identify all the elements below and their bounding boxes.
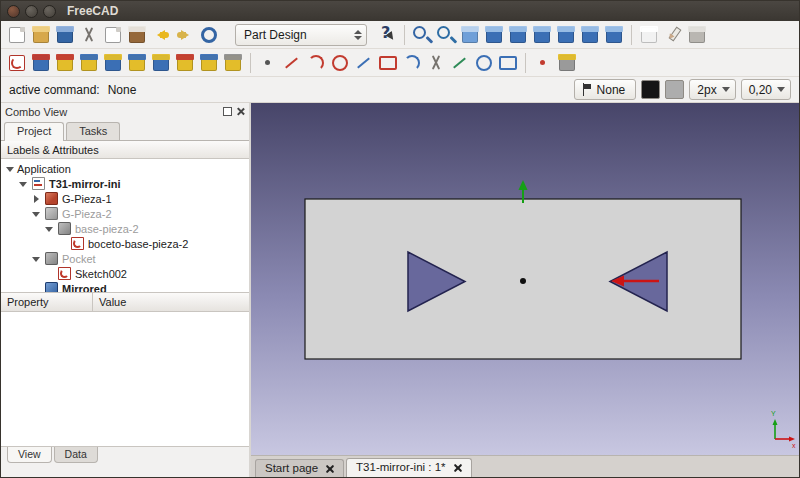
trim-edge-icon[interactable] [424, 51, 448, 75]
groove-icon[interactable] [149, 51, 173, 75]
partdesign-toolbar-group [5, 51, 579, 75]
draft-layer-button[interactable]: None [574, 79, 637, 100]
expander-closed-icon[interactable] [31, 194, 41, 204]
undo-icon[interactable] [149, 23, 173, 47]
measure-icon[interactable] [685, 23, 709, 47]
feat-gray-icon [58, 222, 71, 235]
expander-open-icon[interactable] [31, 254, 41, 264]
tree-item-t31-mirror-ini[interactable]: T31-mirror-ini [1, 176, 249, 191]
tree-item-mirrored[interactable]: Mirrored [1, 281, 249, 293]
tab-view[interactable]: View [7, 447, 52, 463]
tab-document[interactable]: T31-mirror-ini : 1* [346, 458, 471, 477]
view-right-icon[interactable] [530, 23, 554, 47]
expander-open-icon[interactable] [5, 164, 15, 174]
tree-item-boceto-base-pieza-2[interactable]: boceto-base-pieza-2 [1, 236, 249, 251]
model-tree: ApplicationT31-mirror-iniG-Pieza-1G-Piez… [1, 159, 249, 293]
view-data-tabs: View Data [1, 447, 249, 465]
view-rear-icon[interactable] [554, 23, 578, 47]
create-point-icon[interactable] [256, 51, 280, 75]
toggle-construction-icon[interactable] [496, 51, 520, 75]
panel-close-icon[interactable] [236, 107, 245, 116]
window-close-button[interactable] [7, 5, 20, 18]
tree-item-application[interactable]: Application [1, 161, 249, 176]
body-red-icon [45, 192, 58, 205]
tab-start-page[interactable]: Start page [255, 459, 344, 477]
active-command-label: active command: [9, 83, 100, 97]
combo-view-panel: Combo View Project Tasks Labels & Attrib… [1, 103, 251, 477]
window-maximize-button[interactable] [43, 5, 56, 18]
box-zoom-icon[interactable] [410, 23, 434, 47]
toolbar-separator [404, 25, 405, 45]
view-left-icon[interactable] [602, 23, 626, 47]
tree-item-g-pieza-1[interactable]: G-Pieza-1 [1, 191, 249, 206]
redo-icon[interactable] [173, 23, 197, 47]
draw-style-icon[interactable] [637, 23, 661, 47]
pocket-icon[interactable] [101, 51, 125, 75]
tab-project[interactable]: Project [4, 122, 64, 141]
tree-item-label: G-Pieza-1 [62, 193, 112, 205]
map-sketch-icon[interactable] [53, 51, 77, 75]
paste-icon[interactable] [125, 23, 149, 47]
tree-item-label: T31-mirror-ini [49, 178, 121, 190]
constraint-block-icon[interactable] [555, 51, 579, 75]
pad-icon[interactable] [77, 51, 101, 75]
close-tab-icon[interactable] [325, 464, 334, 473]
expander-spacer [31, 284, 41, 294]
polar-pattern-icon[interactable] [221, 51, 245, 75]
revolution-icon[interactable] [125, 51, 149, 75]
mirrored-feature-icon[interactable] [173, 51, 197, 75]
save-icon[interactable] [53, 23, 77, 47]
value-column-header[interactable]: Value [93, 293, 249, 311]
main-area: Combo View Project Tasks Labels & Attrib… [1, 103, 799, 477]
view-front-icon[interactable] [482, 23, 506, 47]
tree-item-g-pieza-2[interactable]: G-Pieza-2 [1, 206, 249, 221]
constraint-coincident-icon[interactable] [531, 51, 555, 75]
file-edit-toolbar-group [5, 23, 221, 47]
open-document-icon[interactable] [29, 23, 53, 47]
tree-item-base-pieza-2[interactable]: base-pieza-2 [1, 221, 249, 236]
viewport-scene: Y x [251, 103, 799, 455]
refresh-icon[interactable] [197, 23, 221, 47]
extend-edge-icon[interactable] [448, 51, 472, 75]
tab-tasks[interactable]: Tasks [66, 122, 120, 140]
create-polyline-icon[interactable] [352, 51, 376, 75]
external-geometry-icon[interactable] [472, 51, 496, 75]
copy-icon[interactable] [101, 23, 125, 47]
create-line-icon[interactable] [280, 51, 304, 75]
workbench-selector[interactable]: Part Design [235, 24, 367, 46]
cut-icon[interactable] [77, 23, 101, 47]
partdesign-toolbar [1, 49, 799, 77]
create-circle-icon[interactable] [328, 51, 352, 75]
expander-open-icon[interactable] [18, 179, 28, 189]
3d-viewport[interactable]: Y x [251, 103, 799, 455]
property-column-header[interactable]: Property [1, 293, 93, 311]
close-tab-icon[interactable] [453, 463, 462, 472]
view-top-icon[interactable] [506, 23, 530, 47]
create-rectangle-icon[interactable] [376, 51, 400, 75]
fit-all-icon[interactable] [434, 23, 458, 47]
line-color-swatch[interactable] [641, 80, 660, 99]
line-width-combo[interactable]: 2px [689, 79, 735, 100]
expander-open-icon[interactable] [31, 209, 41, 219]
view-sketch-icon[interactable] [29, 51, 53, 75]
text-scale-combo[interactable]: 0,20 [741, 79, 791, 100]
tab-data[interactable]: Data [54, 447, 98, 463]
edit-sketch-icon[interactable] [5, 51, 29, 75]
face-color-swatch[interactable] [665, 80, 684, 99]
view-bottom-icon[interactable] [578, 23, 602, 47]
tree-item-pocket[interactable]: Pocket [1, 251, 249, 266]
chevron-down-icon [777, 87, 785, 92]
linear-pattern-icon[interactable] [197, 51, 221, 75]
edit-pen-icon[interactable] [661, 23, 685, 47]
whatsthis-icon[interactable] [375, 23, 399, 47]
view-isometric-icon[interactable] [458, 23, 482, 47]
origin-point[interactable] [520, 278, 526, 284]
dock-float-icon[interactable] [223, 107, 232, 116]
window-minimize-button[interactable] [25, 5, 38, 18]
create-fillet-icon[interactable] [400, 51, 424, 75]
new-document-icon[interactable] [5, 23, 29, 47]
expander-open-icon[interactable] [44, 224, 54, 234]
create-arc-icon[interactable] [304, 51, 328, 75]
panel-window-controls [223, 107, 245, 116]
tree-item-sketch002[interactable]: Sketch002 [1, 266, 249, 281]
